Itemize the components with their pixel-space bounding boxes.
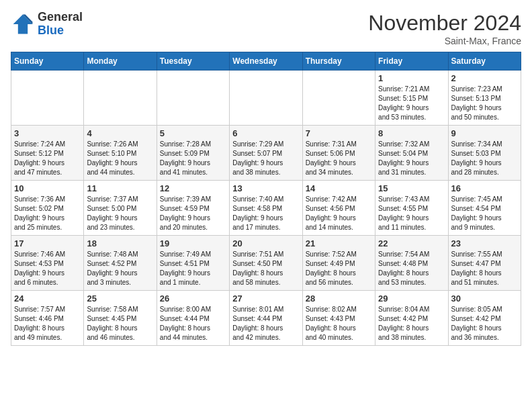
day-info: Sunrise: 7:37 AM Sunset: 5:00 PM Dayligh…	[87, 195, 153, 232]
day-number: 5	[160, 128, 226, 138]
svg-marker-0	[13, 14, 33, 34]
calendar-cell: 3Sunrise: 7:24 AM Sunset: 5:12 PM Daylig…	[11, 126, 84, 181]
day-number: 6	[232, 128, 299, 138]
calendar-cell: 18Sunrise: 7:48 AM Sunset: 4:52 PM Dayli…	[84, 236, 157, 291]
weekday-saturday: Saturday	[448, 52, 521, 71]
calendar-table: SundayMondayTuesdayWednesdayThursdayFrid…	[11, 52, 521, 346]
calendar-cell: 11Sunrise: 7:37 AM Sunset: 5:00 PM Dayli…	[84, 181, 157, 236]
day-number: 25	[87, 293, 153, 304]
day-info: Sunrise: 7:46 AM Sunset: 4:53 PM Dayligh…	[14, 250, 81, 287]
day-info: Sunrise: 7:52 AM Sunset: 4:49 PM Dayligh…	[306, 250, 372, 287]
day-info: Sunrise: 7:21 AM Sunset: 5:15 PM Dayligh…	[378, 85, 445, 122]
calendar-cell	[157, 71, 229, 126]
logo-icon	[11, 12, 35, 36]
calendar-header: SundayMondayTuesdayWednesdayThursdayFrid…	[11, 52, 521, 71]
calendar-cell: 28Sunrise: 8:02 AM Sunset: 4:43 PM Dayli…	[302, 291, 375, 346]
day-info: Sunrise: 7:39 AM Sunset: 4:59 PM Dayligh…	[160, 195, 226, 232]
day-number: 18	[87, 238, 153, 248]
day-number: 21	[306, 238, 372, 248]
calendar-week-1: 1Sunrise: 7:21 AM Sunset: 5:15 PM Daylig…	[11, 71, 521, 126]
day-info: Sunrise: 7:24 AM Sunset: 5:12 PM Dayligh…	[14, 140, 81, 177]
day-info: Sunrise: 7:51 AM Sunset: 4:50 PM Dayligh…	[232, 250, 299, 287]
day-number: 3	[14, 128, 81, 138]
location-label: Saint-Max, France	[368, 36, 521, 46]
day-number: 8	[378, 128, 445, 138]
calendar-cell: 22Sunrise: 7:54 AM Sunset: 4:48 PM Dayli…	[375, 236, 448, 291]
day-number: 14	[306, 183, 372, 193]
calendar-cell: 19Sunrise: 7:49 AM Sunset: 4:51 PM Dayli…	[157, 236, 229, 291]
calendar-cell	[230, 71, 302, 126]
day-info: Sunrise: 7:31 AM Sunset: 5:06 PM Dayligh…	[306, 140, 372, 177]
day-number: 26	[160, 293, 226, 304]
day-number: 7	[306, 128, 372, 138]
day-info: Sunrise: 7:29 AM Sunset: 5:07 PM Dayligh…	[232, 140, 299, 177]
calendar-cell: 4Sunrise: 7:26 AM Sunset: 5:10 PM Daylig…	[84, 126, 157, 181]
weekday-friday: Friday	[375, 52, 448, 71]
calendar-cell: 2Sunrise: 7:23 AM Sunset: 5:13 PM Daylig…	[448, 71, 521, 126]
calendar-cell: 23Sunrise: 7:55 AM Sunset: 4:47 PM Dayli…	[448, 236, 521, 291]
day-number: 17	[14, 238, 81, 248]
calendar-cell: 13Sunrise: 7:40 AM Sunset: 4:58 PM Dayli…	[230, 181, 302, 236]
calendar-cell: 15Sunrise: 7:43 AM Sunset: 4:55 PM Dayli…	[375, 181, 448, 236]
day-info: Sunrise: 8:02 AM Sunset: 4:43 PM Dayligh…	[306, 305, 372, 342]
day-number: 1	[378, 73, 445, 83]
weekday-header-row: SundayMondayTuesdayWednesdayThursdayFrid…	[11, 52, 521, 71]
month-title: November 2024	[368, 11, 521, 36]
day-info: Sunrise: 8:05 AM Sunset: 4:42 PM Dayligh…	[451, 305, 518, 342]
day-info: Sunrise: 7:32 AM Sunset: 5:04 PM Dayligh…	[378, 140, 445, 177]
calendar-cell: 24Sunrise: 7:57 AM Sunset: 4:46 PM Dayli…	[11, 291, 84, 346]
calendar-body: 1Sunrise: 7:21 AM Sunset: 5:15 PM Daylig…	[11, 71, 521, 346]
calendar-cell: 9Sunrise: 7:34 AM Sunset: 5:03 PM Daylig…	[448, 126, 521, 181]
calendar-cell	[302, 71, 375, 126]
weekday-monday: Monday	[84, 52, 157, 71]
day-number: 13	[232, 183, 299, 193]
day-info: Sunrise: 7:26 AM Sunset: 5:10 PM Dayligh…	[87, 140, 153, 177]
logo: General Blue	[11, 11, 83, 38]
weekday-wednesday: Wednesday	[230, 52, 302, 71]
calendar-week-4: 17Sunrise: 7:46 AM Sunset: 4:53 PM Dayli…	[11, 236, 521, 291]
calendar-cell: 8Sunrise: 7:32 AM Sunset: 5:04 PM Daylig…	[375, 126, 448, 181]
calendar-cell: 30Sunrise: 8:05 AM Sunset: 4:42 PM Dayli…	[448, 291, 521, 346]
day-number: 2	[451, 73, 518, 83]
logo-text: General Blue	[38, 11, 83, 38]
calendar-cell: 1Sunrise: 7:21 AM Sunset: 5:15 PM Daylig…	[375, 71, 448, 126]
day-number: 22	[378, 238, 445, 248]
day-info: Sunrise: 7:54 AM Sunset: 4:48 PM Dayligh…	[378, 250, 445, 287]
day-number: 24	[14, 293, 81, 304]
day-number: 27	[232, 293, 299, 304]
day-info: Sunrise: 7:48 AM Sunset: 4:52 PM Dayligh…	[87, 250, 153, 287]
day-info: Sunrise: 7:45 AM Sunset: 4:54 PM Dayligh…	[451, 195, 518, 232]
calendar-cell: 27Sunrise: 8:01 AM Sunset: 4:44 PM Dayli…	[230, 291, 302, 346]
day-info: Sunrise: 7:28 AM Sunset: 5:09 PM Dayligh…	[160, 140, 226, 177]
day-number: 11	[87, 183, 153, 193]
weekday-sunday: Sunday	[11, 52, 84, 71]
calendar-week-2: 3Sunrise: 7:24 AM Sunset: 5:12 PM Daylig…	[11, 126, 521, 181]
day-number: 15	[378, 183, 445, 193]
day-number: 9	[451, 128, 518, 138]
logo-general: General	[38, 11, 83, 24]
day-number: 23	[451, 238, 518, 248]
weekday-tuesday: Tuesday	[157, 52, 229, 71]
calendar-cell: 12Sunrise: 7:39 AM Sunset: 4:59 PM Dayli…	[157, 181, 229, 236]
day-number: 16	[451, 183, 518, 193]
calendar-cell: 21Sunrise: 7:52 AM Sunset: 4:49 PM Dayli…	[302, 236, 375, 291]
day-info: Sunrise: 7:23 AM Sunset: 5:13 PM Dayligh…	[451, 85, 518, 122]
day-info: Sunrise: 7:55 AM Sunset: 4:47 PM Dayligh…	[451, 250, 518, 287]
day-number: 10	[14, 183, 81, 193]
calendar-cell: 14Sunrise: 7:42 AM Sunset: 4:56 PM Dayli…	[302, 181, 375, 236]
weekday-thursday: Thursday	[302, 52, 375, 71]
calendar-cell: 29Sunrise: 8:04 AM Sunset: 4:42 PM Dayli…	[375, 291, 448, 346]
calendar-week-5: 24Sunrise: 7:57 AM Sunset: 4:46 PM Dayli…	[11, 291, 521, 346]
title-block: November 2024 Saint-Max, France	[368, 11, 521, 46]
calendar-cell: 17Sunrise: 7:46 AM Sunset: 4:53 PM Dayli…	[11, 236, 84, 291]
day-number: 4	[87, 128, 153, 138]
calendar-cell: 25Sunrise: 7:58 AM Sunset: 4:45 PM Dayli…	[84, 291, 157, 346]
calendar-cell: 26Sunrise: 8:00 AM Sunset: 4:44 PM Dayli…	[157, 291, 229, 346]
day-info: Sunrise: 7:49 AM Sunset: 4:51 PM Dayligh…	[160, 250, 226, 287]
calendar-cell: 20Sunrise: 7:51 AM Sunset: 4:50 PM Dayli…	[230, 236, 302, 291]
day-number: 30	[451, 293, 518, 304]
day-number: 20	[232, 238, 299, 248]
calendar-cell: 5Sunrise: 7:28 AM Sunset: 5:09 PM Daylig…	[157, 126, 229, 181]
calendar-cell	[11, 71, 84, 126]
day-info: Sunrise: 7:36 AM Sunset: 5:02 PM Dayligh…	[14, 195, 81, 232]
